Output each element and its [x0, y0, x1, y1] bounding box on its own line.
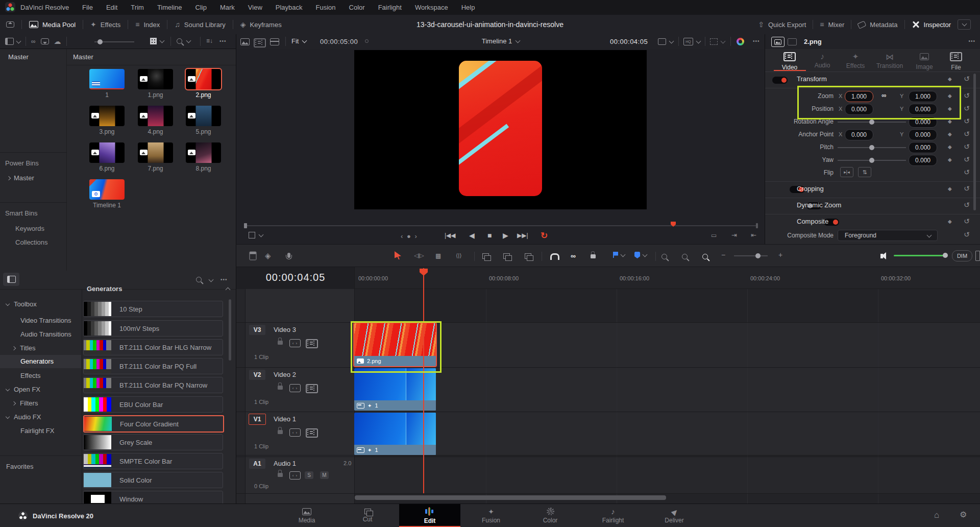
- page-media[interactable]: Media: [287, 504, 326, 527]
- page-fairlight[interactable]: ♪Fairlight: [594, 504, 632, 527]
- tab-effects[interactable]: ✦Effects: [842, 52, 869, 69]
- rotation-input[interactable]: 0.000: [909, 116, 937, 128]
- power-bins-master[interactable]: Master: [7, 174, 34, 182]
- menu-fusion[interactable]: Fusion: [309, 4, 342, 11]
- menu-trim[interactable]: Trim: [124, 4, 151, 11]
- snapping-button[interactable]: [550, 253, 559, 261]
- anchor-reset-icon[interactable]: ↺: [964, 130, 970, 138]
- tree-audio-transitions[interactable]: Audio Transitions: [20, 330, 71, 338]
- page-edit-active[interactable]: Edit: [399, 504, 460, 527]
- marker-button[interactable]: [634, 252, 647, 258]
- inspector-video-icon[interactable]: [771, 37, 785, 47]
- position-y-input[interactable]: 0.000: [909, 104, 937, 115]
- zoom-out-button[interactable]: −: [721, 251, 725, 258]
- media-clip-7png[interactable]: [138, 142, 173, 163]
- menu-workspace[interactable]: Workspace: [408, 4, 455, 11]
- effects-panel-toggle-button[interactable]: [3, 273, 19, 286]
- custom-zoom-button[interactable]: [702, 253, 708, 261]
- link-clips-button[interactable]: ∞: [571, 252, 576, 260]
- auto-select-icon[interactable]: ‹ ›: [289, 428, 301, 437]
- composite-keyframe-icon[interactable]: ◆: [948, 219, 952, 224]
- cropping-reset-icon[interactable]: ↺: [964, 184, 970, 193]
- transform-toggle[interactable]: [772, 77, 788, 84]
- track-id-a1[interactable]: A1: [249, 459, 265, 469]
- relink-icon[interactable]: ∞: [31, 38, 36, 44]
- zoom-y-input[interactable]: 1.000: [909, 91, 937, 102]
- solo-button[interactable]: S: [305, 471, 313, 479]
- inspector-audio-icon[interactable]: [788, 38, 797, 45]
- generators-scrollbar[interactable]: [229, 299, 231, 361]
- menu-fairlight[interactable]: Fairlight: [372, 4, 408, 11]
- viewer-stage[interactable]: [354, 50, 647, 209]
- transform-overlay-button[interactable]: [710, 38, 725, 45]
- tree-fairlight-fx[interactable]: Fairlight FX: [20, 427, 54, 435]
- media-clip-1png[interactable]: [138, 69, 173, 89]
- generator-100mv-steps[interactable]: 100mV Steps: [83, 320, 223, 337]
- pitch-slider[interactable]: [838, 147, 906, 148]
- rotation-slider[interactable]: [838, 122, 906, 123]
- media-clip-label[interactable]: 2.png: [179, 91, 228, 99]
- pitch-keyframe-icon[interactable]: ◆: [948, 144, 952, 150]
- track-header-a1[interactable]: A1 Audio 1 2.0 ‹ › S M 0 Clip: [246, 457, 355, 493]
- flip-horizontal-button[interactable]: ▸|◂: [840, 167, 853, 177]
- tree-generators-selected[interactable]: Generators: [0, 355, 81, 368]
- yaw-slider[interactable]: [838, 160, 906, 161]
- track-header-v2[interactable]: V2 Video 2 ‹ › 1 Clip: [246, 367, 355, 412]
- pitch-input[interactable]: 0.000: [909, 142, 937, 153]
- track-filmstrip-icon[interactable]: [306, 428, 318, 438]
- goto-first-frame-button[interactable]: |◀◀: [445, 232, 456, 238]
- cropping-section-title[interactable]: Cropping: [797, 185, 824, 193]
- generator-bt2111-pq-full[interactable]: BT.2111 Color Bar PQ Full: [83, 358, 223, 374]
- track-lock-icon[interactable]: [278, 338, 283, 346]
- goto-start-button[interactable]: ⇤: [751, 232, 756, 238]
- track-lock-icon[interactable]: [278, 427, 283, 436]
- menu-edit[interactable]: Edit: [100, 4, 124, 11]
- grid-view-button[interactable]: [150, 38, 164, 44]
- play-reverse-button[interactable]: ◀: [469, 232, 475, 239]
- media-clip-label[interactable]: 1: [83, 91, 131, 99]
- zoom-reset-icon[interactable]: ↺: [964, 91, 970, 100]
- detail-zoom-button[interactable]: [682, 253, 688, 260]
- mute-button[interactable]: M: [320, 471, 329, 479]
- media-clip-4png[interactable]: [138, 106, 173, 126]
- inspector-button[interactable]: Inspector: [912, 20, 951, 29]
- rotation-keyframe-icon[interactable]: ◆: [948, 118, 952, 124]
- trim-edit-tool-button[interactable]: ◁|▷: [414, 253, 424, 258]
- tree-filters[interactable]: Filters: [12, 399, 38, 407]
- overwrite-clip-button[interactable]: [503, 253, 510, 260]
- media-clip-label[interactable]: 7.png: [131, 165, 180, 172]
- timeline-view-options-button[interactable]: [249, 252, 257, 259]
- generator-grey-scale[interactable]: Grey Scale: [83, 434, 223, 450]
- menu-timeline[interactable]: Timeline: [151, 4, 189, 11]
- power-bins-header[interactable]: Power Bins: [5, 159, 39, 167]
- position-lock-button[interactable]: [591, 251, 596, 260]
- track-id-v1-highlighted[interactable]: V1: [249, 414, 266, 425]
- play-button[interactable]: ▶: [503, 232, 508, 239]
- transform-section-title[interactable]: Transform: [797, 75, 827, 83]
- composite-section-title[interactable]: Composite: [797, 218, 828, 225]
- transition-palette-button[interactable]: ◈: [265, 252, 271, 259]
- settings-gear-icon[interactable]: ⚙: [960, 511, 967, 519]
- track-name[interactable]: Video 3: [274, 326, 296, 333]
- menu-color[interactable]: Color: [342, 4, 372, 11]
- generator-10-step[interactable]: 10 Step: [83, 301, 223, 317]
- tab-file[interactable]: File: [944, 52, 968, 71]
- track-name[interactable]: Audio 1: [274, 460, 296, 467]
- viewer-options-button[interactable]: •••: [753, 39, 760, 44]
- composite-reset-icon[interactable]: ↺: [964, 217, 970, 225]
- menu-clip[interactable]: Clip: [189, 4, 213, 11]
- selection-tool-button[interactable]: [395, 251, 401, 259]
- loop-playback-button[interactable]: ↻: [541, 230, 548, 241]
- media-clip-label[interactable]: 1.png: [131, 91, 180, 99]
- composite-mode-dropdown[interactable]: Foreground: [838, 230, 938, 241]
- jog-control[interactable]: ‹ ● ›: [401, 233, 418, 239]
- smart-bins-header[interactable]: Smart Bins: [5, 209, 38, 217]
- yaw-input[interactable]: 0.000: [909, 155, 937, 166]
- tree-video-transitions[interactable]: Video Transitions: [20, 317, 71, 324]
- match-frame-button[interactable]: ▭: [711, 232, 717, 238]
- track-filmstrip-icon[interactable]: [306, 339, 318, 348]
- tab-image[interactable]: Image: [911, 52, 938, 70]
- generator-solid-color[interactable]: Solid Color: [83, 472, 223, 488]
- tree-effects[interactable]: Effects: [20, 372, 41, 379]
- page-color[interactable]: Color: [531, 504, 570, 527]
